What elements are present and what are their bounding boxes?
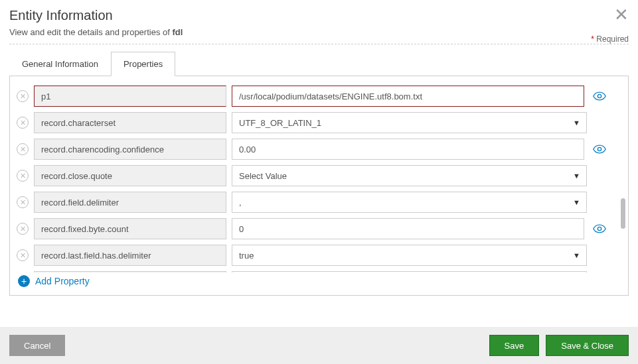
divider <box>9 44 629 44</box>
add-property-button[interactable]: + Add Property <box>17 273 621 290</box>
property-value-input[interactable] <box>232 139 584 160</box>
scrollbar-thumb[interactable] <box>621 198 625 229</box>
property-key-input[interactable] <box>34 245 226 266</box>
dialog-title: Entity Information <box>9 8 113 23</box>
property-value-input[interactable] <box>232 86 584 107</box>
dialog-subtitle: View and edit the details and properties… <box>9 27 183 37</box>
save-button[interactable]: Save <box>489 335 540 356</box>
delete-property-icon[interactable]: ✕ <box>17 196 29 208</box>
delete-property-icon[interactable]: ✕ <box>17 249 29 261</box>
property-key-input[interactable] <box>34 86 226 107</box>
property-value-select[interactable]: true <box>232 245 587 266</box>
property-key-input[interactable] <box>34 192 226 213</box>
properties-panel: ✕✕UTF_8_OR_LATIN_1▼✕✕Select Value▼✕,▼✕✕t… <box>9 76 629 296</box>
close-icon[interactable]: ✕ <box>614 8 629 21</box>
property-row: ✕ <box>17 86 607 107</box>
property-row: ✕,▼ <box>17 192 607 213</box>
property-value-select[interactable]: VARIABLE_CHAR_LENGTH_TERMINATED <box>232 271 587 273</box>
property-row: ✕Select Value▼ <box>17 165 607 186</box>
property-key-input[interactable] <box>34 271 226 273</box>
property-key-input[interactable] <box>34 218 226 239</box>
property-row: ✕UTF_8_OR_LATIN_1▼ <box>17 112 607 133</box>
property-value-select[interactable]: UTF_8_OR_LATIN_1 <box>232 112 587 133</box>
svg-point-0 <box>598 94 601 97</box>
property-row: ✕VARIABLE_CHAR_LENGTH_TERMINATED▼ <box>17 271 607 273</box>
property-value-select[interactable]: Select Value <box>232 165 587 186</box>
svg-point-2 <box>598 227 601 230</box>
svg-point-1 <box>598 147 601 151</box>
cancel-button[interactable]: Cancel <box>9 335 65 356</box>
add-property-label: Add Property <box>35 276 90 286</box>
delete-property-icon[interactable]: ✕ <box>17 143 29 155</box>
property-key-input[interactable] <box>34 112 226 133</box>
view-icon[interactable] <box>592 224 607 233</box>
required-indicator: * Required <box>591 34 629 44</box>
save-and-close-button[interactable]: Save & Close <box>546 335 629 356</box>
view-icon[interactable] <box>592 145 607 154</box>
delete-property-icon[interactable]: ✕ <box>17 170 29 182</box>
tab-properties[interactable]: Properties <box>111 52 175 76</box>
plus-icon: + <box>18 275 30 287</box>
property-row: ✕ <box>17 139 607 160</box>
property-value-select[interactable]: , <box>232 192 587 213</box>
property-row: ✕true▼ <box>17 245 607 266</box>
delete-property-icon[interactable]: ✕ <box>17 90 29 102</box>
delete-property-icon[interactable]: ✕ <box>17 223 29 235</box>
tabs: General Information Properties <box>9 51 629 76</box>
property-key-input[interactable] <box>34 165 226 186</box>
property-key-input[interactable] <box>34 139 226 160</box>
view-icon[interactable] <box>592 91 607 101</box>
property-row: ✕ <box>17 218 607 239</box>
scrollbar[interactable] <box>620 86 625 266</box>
delete-property-icon[interactable]: ✕ <box>17 117 29 129</box>
tab-general-information[interactable]: General Information <box>9 52 111 76</box>
property-value-input[interactable] <box>232 218 584 239</box>
dialog-footer: Cancel Save Save & Close <box>0 327 638 364</box>
